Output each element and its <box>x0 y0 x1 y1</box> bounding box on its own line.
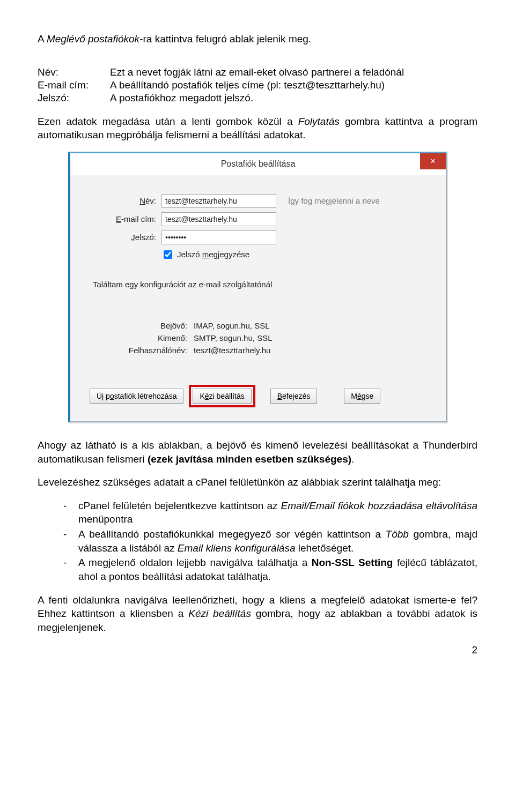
field-pw-input[interactable] <box>161 230 276 244</box>
btn-manual-b: é <box>205 392 209 400</box>
remember-label: Jelszó megjegyzése <box>177 250 249 259</box>
btn-cancel-a: M <box>351 392 357 400</box>
def-email-label: E-mail cím: <box>38 79 110 92</box>
remember-checkbox[interactable] <box>164 250 172 259</box>
b2-b: Több <box>386 528 409 540</box>
instruction-list: cPanel felületén bejelentkezve kattintso… <box>38 499 477 584</box>
field-email-label: E-mail cím: <box>70 214 161 224</box>
paragraph-5: A fenti oldalunkra navigálva leellenőriz… <box>38 593 477 635</box>
b1-c: menüpontra <box>78 513 133 525</box>
p5-b: Kézi beállítás <box>188 608 251 619</box>
def-name-label: Név: <box>38 66 110 79</box>
paragraph-2: Ezen adatok megadása után a lenti gombok… <box>38 115 477 142</box>
field-pw-label: Jelszó: <box>70 233 161 242</box>
intro-text-b: Meglévő postafiókok <box>47 33 139 44</box>
config-user-label: Felhasználónév: <box>70 346 194 355</box>
intro-paragraph: A Meglévő postafiókok-ra kattintva felug… <box>38 32 477 46</box>
definitions-table: Név: Ezt a nevet fogják látni az email-e… <box>38 66 404 105</box>
p2-a: Ezen adatok megadása után a lenti gombok… <box>38 116 298 127</box>
intro-text-c: -ra kattintva felugró ablak jelenik meg. <box>139 33 311 44</box>
manual-config-button[interactable]: Kézi beállítás <box>193 389 251 404</box>
config-user-value: teszt@teszttarhely.hu <box>194 346 270 355</box>
p3-b: (ezek javítása minden esetben szükséges) <box>148 453 351 465</box>
dialog-body: Név: Így fog megjelenni a neve E-mail cí… <box>70 175 446 421</box>
b2-e: lehetőséget. <box>296 542 354 554</box>
list-item: cPanel felületén bejelentkezve kattintso… <box>63 499 477 526</box>
def-pw-value: A postafiókhoz megadott jelszó. <box>110 92 404 105</box>
list-item: A beállítandó postafiókunkkal megegyező … <box>63 527 477 555</box>
paragraph-3: Ahogy az látható is a kis ablakban, a be… <box>38 438 477 466</box>
btn-manual-c: zi beállítás <box>209 392 245 400</box>
btn-cancel-c: gse <box>362 392 374 400</box>
field-name-input[interactable] <box>161 194 276 208</box>
btn-done-b: efejezés <box>282 392 310 400</box>
btn-new-a: Új p <box>97 392 110 400</box>
dialog-titlebar: Postafiók beállítása × <box>70 153 446 175</box>
field-email-input[interactable] <box>161 212 276 226</box>
btn-new-c: stafiók létrehozása <box>114 392 177 400</box>
field-name-label: Név: <box>70 196 161 205</box>
dialog-title: Postafiók beállítása <box>221 159 296 169</box>
p2-b: Folytatás <box>298 116 340 127</box>
close-button[interactable]: × <box>420 153 446 169</box>
b1-b: Email/Email fiókok hozzáadása eltávolítá… <box>281 500 478 511</box>
btn-cancel-b: é <box>357 392 362 400</box>
btn-manual-a: K <box>200 392 204 400</box>
intro-text-a: A <box>38 33 47 44</box>
config-out-label: Kimenő: <box>70 333 194 342</box>
manual-button-highlight: Kézi beállítás <box>189 385 255 407</box>
def-name-value: Ezt a nevet fogják látni az email-eket o… <box>110 66 404 79</box>
config-in-value: IMAP, sogun.hu, SSL <box>194 321 269 330</box>
paragraph-4: Levelezéshez szükséges adatait a cPanel … <box>38 475 477 489</box>
field-name-hint: Így fog megjelenni a neve <box>276 196 380 205</box>
b2-a: A beállítandó postafiókunkkal megegyező … <box>78 528 386 540</box>
config-block: Bejövő: IMAP, sogun.hu, SSL Kimenő: SMTP… <box>70 321 424 355</box>
config-out-value: SMTP, sogun.hu, SSL <box>194 333 272 342</box>
btn-done-a: B <box>277 392 282 400</box>
b3-b: Non-SSL Setting <box>312 557 393 568</box>
btn-new-b: o <box>110 392 114 400</box>
dialog-button-row: Új postafiók létrehozása Kézi beállítás … <box>70 387 424 421</box>
cancel-button[interactable]: Mégse <box>344 389 380 404</box>
b2-d: Email kliens konfigurálása <box>178 542 296 554</box>
page-number: 2 <box>38 644 477 656</box>
config-in-label: Bejövő: <box>70 321 194 330</box>
b3-a: A megjelenő oldalon lejjebb navigálva ta… <box>78 557 312 568</box>
dialog-window: Postafiók beállítása × Név: Így fog megj… <box>68 152 447 422</box>
def-email-value: A beállítandó postafiók teljes címe (pl:… <box>110 79 404 92</box>
new-account-button[interactable]: Új postafiók létrehozása <box>90 389 183 404</box>
found-config-text: Találtam egy konfigurációt az e-mail szo… <box>93 280 424 289</box>
def-pw-label: Jelszó: <box>38 92 110 105</box>
list-item: A megjelenő oldalon lejjebb navigálva ta… <box>63 556 477 583</box>
p3-c: . <box>351 453 354 465</box>
done-button[interactable]: Befejezés <box>270 389 318 404</box>
b1-a: cPanel felületén bejelentkezve kattintso… <box>78 500 281 511</box>
close-icon: × <box>430 156 436 167</box>
